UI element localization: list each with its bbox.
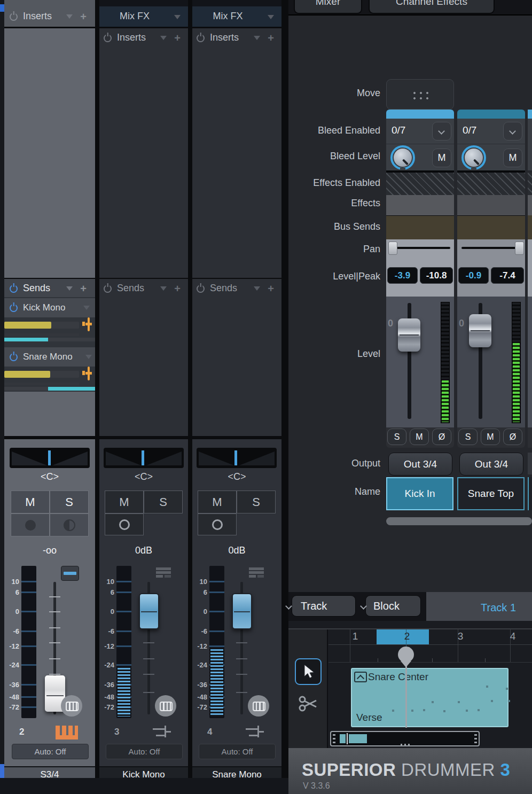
pan-slider-handle[interactable] <box>388 242 397 255</box>
send-slot-snare-mono[interactable]: Snare Mono <box>4 347 95 367</box>
automation-button[interactable]: Auto: Off <box>12 744 89 759</box>
chevron-down-icon[interactable] <box>268 15 274 19</box>
send-level-track[interactable] <box>4 371 79 378</box>
effects-row[interactable] <box>457 195 525 215</box>
send-fader-icon[interactable] <box>82 367 93 380</box>
solo-button[interactable]: S <box>237 491 276 513</box>
send-fader-icon[interactable] <box>82 317 93 331</box>
sends-header[interactable]: Sends + <box>4 278 95 298</box>
chevron-down-icon[interactable] <box>66 286 73 291</box>
record-arm-button[interactable] <box>11 513 50 536</box>
bleed-level-knob[interactable] <box>465 149 483 167</box>
fader-value[interactable]: 0dB <box>192 545 281 556</box>
effects-row[interactable] <box>386 195 454 215</box>
channel-layers-icon[interactable] <box>155 566 172 580</box>
timeline-overview-scrollbar[interactable] <box>330 731 480 746</box>
power-icon[interactable] <box>104 285 112 293</box>
chevron-down-icon[interactable] <box>254 286 260 291</box>
effects-enabled-row[interactable] <box>457 173 525 195</box>
peak-value[interactable]: -10.8 <box>420 267 453 284</box>
channel-color-header[interactable] <box>457 110 525 119</box>
ruler-number[interactable]: 1 <box>349 630 362 642</box>
sends-header[interactable]: Sends + <box>192 278 281 298</box>
automation-button[interactable]: Auto: Off <box>106 744 183 759</box>
add-insert-button[interactable]: + <box>80 11 87 22</box>
solo-button[interactable]: S <box>144 491 183 513</box>
inserts-body[interactable] <box>99 47 188 278</box>
channel-layers-icon[interactable] <box>248 566 265 580</box>
power-icon[interactable] <box>10 13 18 21</box>
pan-value[interactable]: <C> <box>99 471 188 482</box>
inserts-body[interactable] <box>192 47 281 278</box>
channel-expand-button[interactable] <box>61 566 79 581</box>
chevron-down-icon[interactable] <box>85 355 92 359</box>
inserts-row[interactable]: Inserts + <box>99 28 188 47</box>
bleed-level-knob[interactable] <box>394 149 412 167</box>
sends-body[interactable] <box>99 297 188 436</box>
add-insert-button[interactable]: + <box>174 33 181 43</box>
monitor-button[interactable] <box>50 513 89 536</box>
pan-value[interactable]: <C> <box>192 471 281 482</box>
sends-body[interactable] <box>192 297 281 436</box>
add-send-button[interactable]: + <box>268 283 274 294</box>
solo-button[interactable]: S <box>387 429 406 445</box>
pan-value[interactable]: <C> <box>4 471 95 482</box>
fader-handle[interactable] <box>398 318 420 352</box>
output-select-button[interactable]: Out 3/4 <box>388 453 452 476</box>
send-slot-kick-mono[interactable]: Kick Mono <box>4 298 95 317</box>
mixfx-header[interactable]: Mix FX <box>99 6 188 28</box>
mute-button[interactable]: M <box>198 491 237 513</box>
monitor-button[interactable] <box>198 513 237 535</box>
midi-clip-snare-center[interactable]: Snare Center Verse <box>351 668 508 727</box>
mute-button[interactable]: M <box>105 491 144 513</box>
add-insert-button[interactable]: + <box>268 33 274 43</box>
playhead-line[interactable] <box>405 666 407 728</box>
add-send-button[interactable]: + <box>174 283 181 294</box>
fader-handle[interactable] <box>469 314 491 347</box>
phase-invert-button[interactable]: Ø <box>432 429 451 445</box>
fader-value[interactable]: 0dB <box>99 545 188 556</box>
automation-button[interactable]: Auto: Off <box>199 744 276 759</box>
level-value[interactable]: -0.9 <box>458 267 489 284</box>
scrollbar-bottom-grip[interactable] <box>401 744 410 745</box>
channel-name-box[interactable]: Kick In <box>386 477 453 510</box>
channel-mode-icon[interactable] <box>155 695 176 717</box>
send-pan-track[interactable] <box>4 338 95 341</box>
bleed-dropdown-button[interactable] <box>503 122 522 141</box>
scrollbar-grip-right[interactable] <box>474 734 477 743</box>
inserts-header[interactable]: Inserts + <box>4 5 95 28</box>
bleed-dropdown-button[interactable] <box>432 122 451 141</box>
add-send-button[interactable]: + <box>80 283 87 294</box>
ruler-number[interactable]: 3 <box>454 630 467 642</box>
chevron-down-icon[interactable] <box>254 36 260 40</box>
channel-name-box[interactable]: Snare Top <box>457 477 525 510</box>
mute-button[interactable]: M <box>11 491 50 513</box>
peak-value[interactable]: -7.4 <box>491 267 524 284</box>
pan-control[interactable] <box>104 448 184 468</box>
solo-button[interactable]: S <box>458 429 478 445</box>
pan-slider-handle[interactable] <box>515 242 524 255</box>
tab-mixer[interactable]: Mixer <box>294 0 362 14</box>
fader-handle[interactable] <box>139 593 159 629</box>
mute-button[interactable]: M <box>481 429 500 445</box>
send-pan-track[interactable] <box>4 387 95 391</box>
send-level-track[interactable] <box>4 322 79 329</box>
inserts-body[interactable] <box>4 28 95 278</box>
chevron-down-icon[interactable] <box>160 36 167 40</box>
chevron-down-icon[interactable] <box>160 286 167 291</box>
ruler-number[interactable]: 4 <box>506 630 519 642</box>
effects-enabled-row[interactable] <box>386 173 454 195</box>
inserts-row[interactable]: Inserts + <box>192 28 281 47</box>
power-icon[interactable] <box>197 34 205 42</box>
chevron-down-icon[interactable] <box>66 14 73 19</box>
playhead-pin[interactable] <box>398 647 414 663</box>
power-icon[interactable] <box>10 304 18 312</box>
sends-header[interactable]: Sends + <box>99 278 188 298</box>
monitor-button[interactable] <box>105 513 144 535</box>
track-menu-button[interactable]: Track <box>292 595 356 617</box>
power-icon[interactable] <box>10 285 18 293</box>
level-value[interactable]: -3.9 <box>387 267 418 284</box>
bus-sends-row[interactable] <box>457 215 525 240</box>
output-select-button[interactable]: Out 3/4 <box>459 453 523 476</box>
fader-value[interactable]: -oo <box>4 545 95 556</box>
